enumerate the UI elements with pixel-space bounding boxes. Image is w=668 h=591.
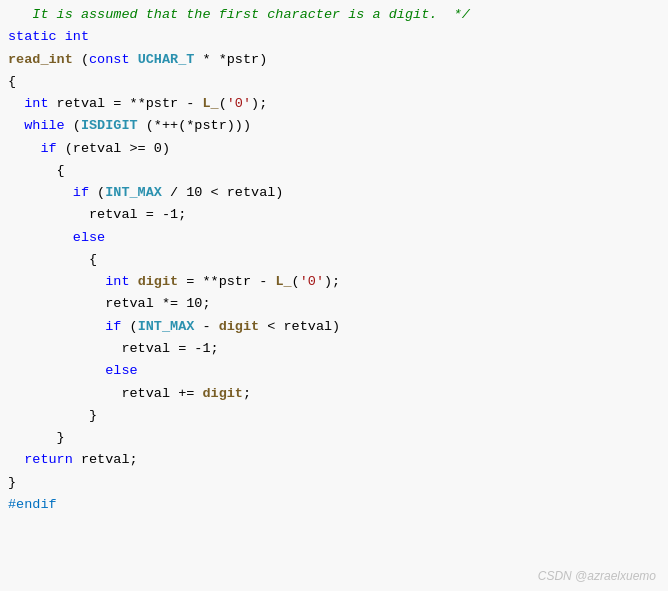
code-line-12: else (0, 227, 668, 249)
var-digit-3: digit (202, 386, 243, 401)
keyword-return: return (24, 452, 73, 467)
keyword-if-2: if (73, 185, 89, 200)
code-line-11: retval = -1; (0, 204, 668, 226)
macro-isdigit: ISDIGIT (81, 118, 138, 133)
char-0: '0' (227, 96, 251, 111)
var-digit: digit (138, 274, 179, 289)
code-line-13: { (0, 249, 668, 271)
keyword-while: while (24, 118, 65, 133)
code-line-7: while (ISDIGIT (*++(*pstr))) (0, 115, 668, 137)
code-line-16: retval *= 10; (0, 293, 668, 315)
code-line-25: } (0, 472, 668, 494)
code-line-10: if (INT_MAX / 10 < retval) (0, 182, 668, 204)
type-uchar: UCHAR_T (138, 52, 195, 67)
keyword-int: int (65, 29, 89, 44)
code-line-4: { (0, 71, 668, 93)
keyword-static: static (8, 29, 57, 44)
var-digit-2: digit (219, 319, 260, 334)
code-line-1: It is assumed that the first character i… (0, 4, 668, 26)
code-line-22: } (0, 427, 668, 449)
macro-int-max: INT_MAX (105, 185, 162, 200)
code-line-9: { (0, 160, 668, 182)
func-L-2: L_ (275, 274, 291, 289)
code-viewer: It is assumed that the first character i… (0, 0, 668, 591)
code-line-24: return retval; (0, 449, 668, 471)
keyword-if-1: if (40, 141, 56, 156)
comment-text: It is assumed that the first character i… (8, 7, 470, 22)
keyword-if-3: if (105, 319, 121, 334)
code-line-8: if (retval >= 0) (0, 138, 668, 160)
code-line-14: int digit = **pstr - L_('0'); (0, 271, 668, 293)
watermark: CSDN @azraelxuemo (538, 569, 656, 583)
keyword-int-2: int (24, 96, 48, 111)
macro-int-max-2: INT_MAX (138, 319, 195, 334)
code-line-17: if (INT_MAX - digit < retval) (0, 316, 668, 338)
func-L: L_ (202, 96, 218, 111)
code-line-21: } (0, 405, 668, 427)
code-line-3: read_int (const UCHAR_T * *pstr) (0, 49, 668, 71)
func-read-int: read_int (8, 52, 73, 67)
keyword-int-3: int (105, 274, 129, 289)
code-line-5: int retval = **pstr - L_('0'); (0, 93, 668, 115)
code-line-19: else (0, 360, 668, 382)
code-line-18: retval = -1; (0, 338, 668, 360)
keyword-else-1: else (73, 230, 105, 245)
preproc-endif: #endif (8, 497, 57, 512)
code-line-2: static int (0, 26, 668, 48)
code-line-20: retval += digit; (0, 383, 668, 405)
char-0-2: '0' (300, 274, 324, 289)
keyword-const: const (89, 52, 130, 67)
code-line-26: #endif (0, 494, 668, 516)
keyword-else-2: else (105, 363, 137, 378)
